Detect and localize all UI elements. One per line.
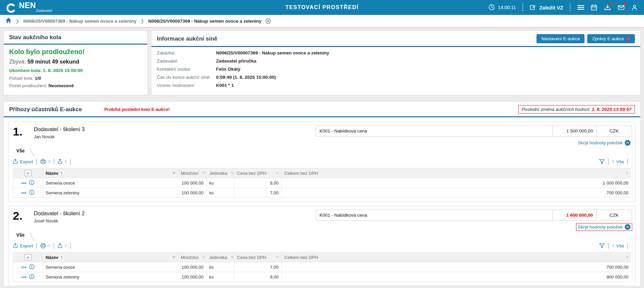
- dropdown-triangle-icon: ▽: [612, 244, 614, 247]
- header-unit-price[interactable]: Cena bez DPH▽: [234, 253, 282, 262]
- column-chooser-header[interactable]: ⇄: [13, 168, 43, 178]
- breadcrumb-item[interactable]: N006/25/V00007369 - Nákup semen ovoce a …: [23, 19, 137, 24]
- bid-currency: CZK: [596, 126, 631, 136]
- item-unit-price: 7,00: [234, 262, 282, 272]
- header-quantity-label: Množství: [181, 255, 198, 260]
- filter-triangle-icon[interactable]: ▽: [231, 171, 234, 175]
- bid-criterion-row: K001 - Nabídková cena 1 500 000,00 CZK: [316, 125, 632, 137]
- calendar-button[interactable]: [591, 4, 597, 11]
- hide-item-values-link[interactable]: Skrýt hodnoty položek: [576, 223, 632, 231]
- header-unit-price[interactable]: Cena bez DPH▽: [234, 168, 282, 178]
- tab-all[interactable]: Vše: [13, 231, 27, 239]
- sort-asc-icon: ↑: [61, 255, 63, 260]
- breadcrumb-separator: ❯: [16, 19, 19, 24]
- grid-toolbar: Export ▽ ▽ ▽ Vše: [13, 241, 631, 250]
- header-quantity[interactable]: Množství▽: [178, 253, 207, 262]
- participant-card-2: 2. Dodavatel - školení 2 Josef Novák K00…: [8, 206, 636, 286]
- view-all-button[interactable]: ▽ Vše: [612, 159, 624, 164]
- eauction-settings-button[interactable]: Nastavení E-aukce: [536, 34, 585, 43]
- filter-triangle-icon[interactable]: ▽: [276, 171, 279, 175]
- calendar-icon: [591, 4, 597, 11]
- header-name[interactable]: Název↑▽: [43, 253, 178, 262]
- filter-button[interactable]: [599, 243, 605, 248]
- create-vz-button[interactable]: Založit VZ: [530, 4, 563, 11]
- filter-triangle-icon[interactable]: ▽: [173, 171, 175, 175]
- filter-triangle-icon[interactable]: ▽: [231, 256, 234, 259]
- breadcrumb-item-current[interactable]: N006/25/V00007369 - Nákup semen ovoce a …: [148, 19, 262, 24]
- menu-button[interactable]: [577, 4, 584, 11]
- item-quantity: 100 000,00: [178, 272, 207, 282]
- info-icon[interactable]: [29, 190, 34, 196]
- export-button[interactable]: Export: [13, 243, 33, 248]
- header-total[interactable]: Celkem bez DPH▽: [282, 168, 631, 178]
- header-name[interactable]: Název↑▽: [43, 168, 178, 178]
- filter-triangle-icon[interactable]: ▽: [202, 256, 205, 259]
- row-menu-icon[interactable]: [21, 181, 26, 186]
- nen-logo-icon: [6, 3, 16, 13]
- info-icon[interactable]: [29, 180, 34, 186]
- close-tab-icon[interactable]: [265, 18, 271, 24]
- home-icon[interactable]: [5, 18, 11, 24]
- share-button[interactable]: ▽: [57, 243, 67, 248]
- info-value: N006/25/V00007369 - Nákup semen ovoce a …: [216, 50, 329, 55]
- filter-triangle-icon[interactable]: ▽: [626, 256, 628, 259]
- row-menu-icon[interactable]: [21, 190, 26, 195]
- filter-triangle-icon[interactable]: ▽: [202, 171, 205, 175]
- bid-criterion-label: K001 - Nabídková cena: [316, 126, 552, 136]
- info-value: Zadavatel příručka: [216, 58, 256, 64]
- nen-logo[interactable]: NEN: [6, 2, 36, 13]
- info-label: Zadavatel:: [157, 58, 216, 64]
- view-all-button[interactable]: ▽ Vše: [612, 243, 624, 248]
- column-chooser-icon: ⇄: [25, 254, 31, 260]
- round-extended-alert: Kolo bylo prodlouženo!: [9, 48, 142, 56]
- export-icon: [13, 159, 18, 164]
- status-panel-title: Stav aukčního kola: [9, 34, 61, 41]
- header-unit[interactable]: Jednotka▽: [207, 253, 234, 262]
- column-chooser-header[interactable]: ⇄: [13, 253, 43, 262]
- filter-triangle-icon[interactable]: ▽: [173, 256, 175, 259]
- mail-icon: [618, 4, 624, 11]
- info-icon[interactable]: [29, 274, 34, 280]
- messages-button[interactable]: [618, 4, 624, 11]
- eauction-messages-button[interactable]: Zprávy E-aukce: [587, 34, 635, 43]
- export-button[interactable]: Export: [13, 159, 33, 164]
- round-order-value: 1/0: [35, 76, 41, 81]
- auction-round-status-panel: Stav aukčního kola Kolo bylo prodlouženo…: [3, 30, 148, 95]
- last-change-value: 1. 8. 2025 13:59:57: [592, 107, 631, 112]
- breadcrumb-separator: ❯: [141, 19, 144, 24]
- profile-button[interactable]: [631, 4, 638, 11]
- header-unit-label: Jednotka: [209, 171, 227, 176]
- toolbar-separator: [608, 159, 609, 165]
- remaining-label: Zbývá:: [9, 58, 26, 65]
- auction-hall-info-panel: Informace aukční síně Nastavení E-aukce …: [151, 30, 641, 95]
- topbar-separator: [523, 3, 523, 12]
- messages-alert-dot: [627, 37, 630, 41]
- view-all-label: Vše: [616, 159, 624, 164]
- chevron-up-icon: [625, 224, 630, 230]
- info-icon[interactable]: [29, 264, 34, 270]
- print-button[interactable]: ▽: [40, 243, 50, 248]
- item-quantity: 100 000,00: [178, 262, 207, 272]
- print-button[interactable]: ▽: [40, 159, 50, 164]
- filter-triangle-icon[interactable]: ▽: [276, 256, 279, 259]
- filter-button[interactable]: [599, 159, 605, 164]
- tab-all[interactable]: Vše: [13, 147, 27, 155]
- item-name: Semena ovoce: [43, 262, 178, 272]
- info-label: Vzorec hodnocení:: [157, 83, 216, 88]
- tab-slant-decoration: [29, 148, 34, 157]
- info-label: Zakázka:: [157, 50, 216, 55]
- item-quantity: 100 000,00: [178, 178, 207, 188]
- hide-item-values-link[interactable]: Skrýt hodnoty položek: [576, 139, 632, 146]
- header-unit[interactable]: Jednotka▽: [207, 168, 234, 178]
- item-total: 700 000,00: [282, 262, 631, 272]
- filter-triangle-icon[interactable]: ▽: [626, 171, 628, 175]
- dropdown-triangle-icon: ▽: [48, 160, 50, 163]
- row-menu-icon[interactable]: [21, 265, 26, 270]
- downloads-button[interactable]: [604, 4, 611, 11]
- messages-button-label: Zprávy E-aukce: [592, 36, 624, 41]
- row-menu-icon[interactable]: [21, 274, 26, 280]
- share-button[interactable]: ▽: [57, 159, 67, 164]
- item-quantity: 100 000,00: [178, 188, 207, 198]
- header-total[interactable]: Celkem bez DPH▽: [282, 253, 631, 262]
- header-quantity[interactable]: Množství▽: [178, 168, 207, 178]
